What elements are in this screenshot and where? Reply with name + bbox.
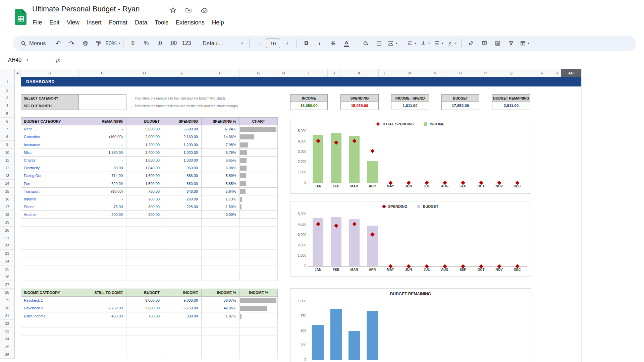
table-cell[interactable] (202, 351, 240, 359)
table-cell[interactable]: 1,040.00 (126, 164, 163, 172)
table-header-cell[interactable]: INCOME (163, 289, 202, 297)
row-header-19[interactable]: 19 (0, 219, 15, 226)
table-cell[interactable] (126, 273, 163, 281)
table-cell[interactable] (240, 320, 278, 328)
row-header-10[interactable]: 10 (0, 149, 15, 157)
zoom-dropdown[interactable]: 50% ▾ (106, 38, 120, 49)
table-chart-cell[interactable] (240, 180, 278, 188)
chart-budget-remaining[interactable]: BUDGET REMAINING1,0007505002500JANFEBMAR… (290, 288, 531, 362)
table-cell[interactable] (163, 336, 202, 343)
table-chart-cell[interactable] (240, 188, 278, 195)
table-cell[interactable] (163, 227, 202, 234)
row-header-5[interactable]: 5 (0, 110, 15, 118)
row-header-26[interactable]: 26 (0, 273, 15, 281)
insert-chart-button[interactable] (491, 38, 504, 49)
row-header-18[interactable]: 18 (0, 211, 15, 219)
table-cell[interactable]: 886.00 (163, 172, 202, 180)
table-cell[interactable]: 6.38% (202, 164, 240, 172)
table-cell[interactable] (21, 219, 79, 226)
table-cell[interactable]: 42.06% (202, 304, 240, 312)
table-cell[interactable] (240, 328, 278, 336)
decrease-decimal-button[interactable]: .0 (153, 38, 166, 49)
table-chart-cell[interactable] (240, 304, 278, 312)
table-chart-cell[interactable] (240, 157, 278, 164)
row-header-13[interactable]: 13 (0, 172, 15, 180)
row-header-12[interactable]: 12 (0, 164, 15, 172)
column-header-R[interactable]: R (530, 69, 554, 77)
table-cell[interactable] (163, 219, 202, 226)
table-cell[interactable] (126, 320, 163, 328)
table-cell[interactable] (21, 343, 79, 351)
table-cell[interactable]: 1,000.00 (163, 157, 202, 164)
menu-help[interactable]: Help (208, 17, 228, 28)
table-header-cell[interactable]: REMAINING (79, 118, 126, 125)
table-cell[interactable]: Fun (21, 180, 79, 188)
column-header-D[interactable]: D (126, 69, 163, 77)
table-cell[interactable]: - (79, 141, 126, 149)
table-cell[interactable]: 225.00 (163, 203, 202, 211)
table-cell[interactable]: Transport (21, 188, 79, 195)
table-cell[interactable] (79, 351, 126, 359)
table-cell[interactable]: 300.00 (126, 203, 163, 211)
column-header-G[interactable]: G (239, 69, 277, 77)
sheets-logo-icon[interactable] (15, 9, 27, 25)
column-header-F[interactable]: F (201, 69, 239, 77)
table-cell[interactable]: 200.00 (79, 211, 126, 219)
undo-button[interactable]: ↶ (52, 38, 65, 49)
table-cell[interactable]: 80.00 (79, 164, 126, 172)
table-cell[interactable]: 37.24% (202, 125, 240, 133)
bold-button[interactable]: B (300, 38, 313, 49)
table-cell[interactable] (79, 242, 126, 250)
summary-card-value[interactable]: 2,811.00 (492, 102, 530, 110)
table-cell[interactable]: Groceries (21, 133, 79, 141)
insert-comment-button[interactable] (478, 38, 491, 49)
table-cell[interactable] (126, 219, 163, 226)
menu-data[interactable]: Data (131, 17, 151, 28)
table-cell[interactable]: 200.00 (126, 211, 163, 219)
borders-button[interactable] (373, 38, 385, 49)
table-cell[interactable] (202, 265, 240, 273)
paint-format-button[interactable] (92, 38, 105, 49)
table-cell[interactable] (79, 250, 126, 257)
table-header-cell[interactable]: SPENDING % (202, 118, 240, 125)
row-header-30[interactable]: 30 (0, 304, 15, 312)
table-chart-cell[interactable] (240, 141, 278, 149)
table-cell[interactable] (163, 250, 202, 257)
table-cell[interactable]: 2,160.00 (163, 133, 202, 141)
table-cell[interactable] (21, 273, 79, 281)
table-cell[interactable]: 300.00 (163, 312, 202, 320)
summary-card-value[interactable]: 16,050.00 (290, 102, 328, 110)
table-cell[interactable] (21, 242, 79, 250)
row-header-27[interactable]: 27 (0, 281, 15, 289)
table-cell[interactable] (202, 343, 240, 351)
table-chart-cell[interactable] (240, 203, 278, 211)
table-cell[interactable] (202, 336, 240, 343)
star-icon[interactable] (170, 7, 176, 13)
table-cell[interactable] (240, 265, 278, 273)
row-header-11[interactable]: 11 (0, 157, 15, 164)
row-header-3[interactable]: 3 (0, 94, 15, 102)
table-cell[interactable] (126, 227, 163, 234)
row-header-1[interactable]: 1 (0, 77, 15, 86)
row-header-14[interactable]: 14 (0, 180, 15, 187)
table-cell[interactable]: Extra Income (21, 312, 79, 320)
table-cell[interactable] (79, 227, 126, 234)
table-cell[interactable]: 750.00 (126, 312, 163, 320)
table-header-cell[interactable]: STILL TO COME (79, 289, 126, 297)
table-cell[interactable] (21, 265, 79, 273)
table-cell[interactable] (126, 257, 163, 265)
table-cell[interactable]: 2,400.00 (126, 149, 163, 157)
font-size-input[interactable]: 10 (266, 39, 280, 48)
select-category-label[interactable]: SELECT CATEGORY (21, 94, 79, 102)
table-cell[interactable] (202, 273, 240, 281)
table-cell[interactable]: Paycheck 1 (21, 297, 79, 304)
column-header-H[interactable]: H (277, 69, 290, 77)
table-cell[interactable]: 6,750.00 (163, 304, 202, 312)
table-cell[interactable]: 5,600.00 (163, 125, 202, 133)
table-cell[interactable]: (160.00) (79, 133, 126, 141)
table-cell[interactable]: 7.98% (202, 141, 240, 149)
table-cell[interactable]: 6.65% (202, 157, 240, 164)
table-cell[interactable]: Eating Out (21, 172, 79, 180)
row-header-25[interactable]: 25 (0, 265, 15, 273)
table-cell[interactable]: - (79, 125, 126, 133)
